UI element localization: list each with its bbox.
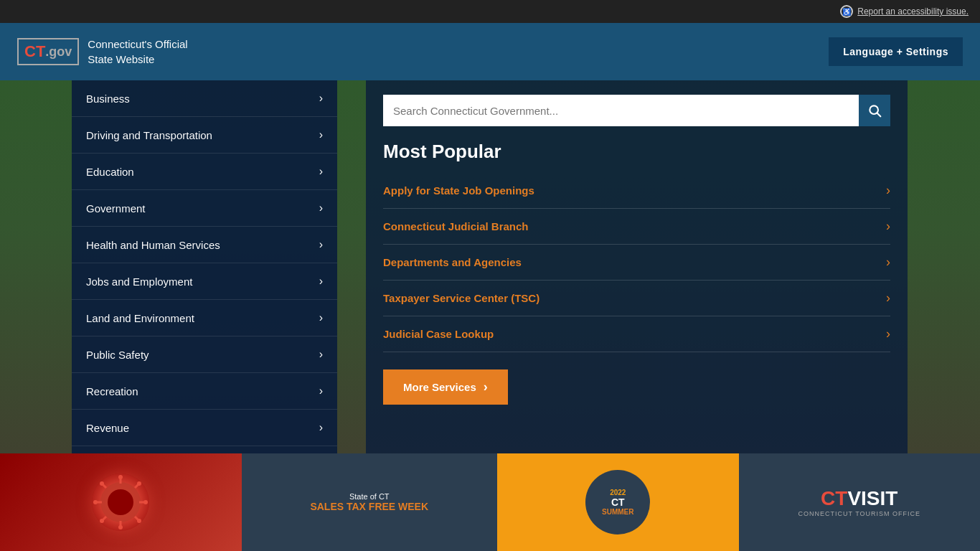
- ctvisit-text: CTVISIT CONNECTICUT TOURISM OFFICE: [798, 487, 920, 517]
- nav-item-label: Business: [86, 93, 130, 105]
- main-panel: Most Popular Apply for State Job Opening…: [366, 80, 908, 453]
- popular-item-text: Connecticut Judicial Branch: [383, 220, 529, 232]
- nav-arrow-icon: ›: [319, 421, 323, 434]
- nav-item-label: Health and Human Services: [86, 239, 220, 251]
- svg-point-14: [93, 500, 98, 504]
- svg-point-13: [118, 525, 123, 529]
- card-ct-summer[interactable]: 2022 CT SUMMER: [497, 453, 739, 551]
- nav-item-recreation[interactable]: Recreation›: [72, 373, 337, 410]
- site-header: CT.gov Connecticut's Official State Webs…: [0, 23, 980, 80]
- logo-area[interactable]: CT.gov Connecticut's Official State Webs…: [17, 37, 188, 67]
- svg-point-19: [100, 519, 104, 523]
- popular-item-text: Judicial Case Lookup: [383, 328, 494, 340]
- summer-label: SUMMER: [602, 508, 633, 516]
- search-input[interactable]: [383, 95, 859, 126]
- nav-item-revenue[interactable]: Revenue›: [72, 410, 337, 446]
- card-covid[interactable]: [0, 453, 242, 551]
- popular-item[interactable]: Apply for State Job Openings›: [383, 173, 890, 209]
- nav-item-label: Recreation: [86, 385, 138, 397]
- nav-arrow-icon: ›: [319, 202, 323, 215]
- popular-item-arrow-icon: ›: [886, 291, 890, 306]
- nav-item-label: Land and Environment: [86, 312, 194, 324]
- nav-item-education[interactable]: Education›: [72, 154, 337, 190]
- virus-graphic: [92, 474, 149, 531]
- nav-arrow-icon: ›: [319, 128, 323, 141]
- nav-item-label: Government: [86, 202, 146, 215]
- bottom-cards: State of CT SALES TAX FREE WEEK 2022 CT …: [0, 453, 980, 551]
- ctvisit-visit: VISIT: [847, 487, 897, 509]
- logo-box: CT.gov: [17, 38, 79, 65]
- popular-item[interactable]: Departments and Agencies›: [383, 245, 890, 281]
- virus-icon: [92, 474, 149, 531]
- search-row: [383, 95, 890, 126]
- popular-item-arrow-icon: ›: [886, 183, 890, 198]
- svg-point-16: [100, 481, 104, 486]
- popular-item-arrow-icon: ›: [886, 219, 890, 234]
- card-sales-tax[interactable]: State of CT SALES TAX FREE WEEK: [242, 453, 498, 551]
- nav-item-label: Public Safety: [86, 349, 149, 361]
- card-sales-line1: State of CT: [349, 492, 390, 501]
- navigation-panel: Business›Driving and Transportation›Educ…: [72, 80, 337, 453]
- nav-item-public-safety[interactable]: Public Safety›: [72, 336, 337, 373]
- hero-section: Business›Driving and Transportation›Educ…: [0, 80, 980, 453]
- site-title-line1: Connecticut's Official: [88, 37, 187, 52]
- card-ctvisit[interactable]: CTVISIT CONNECTICUT TOURISM OFFICE: [739, 453, 981, 551]
- search-icon: [867, 103, 882, 118]
- nav-arrow-icon: ›: [319, 385, 323, 397]
- nav-item-government[interactable]: Government›: [72, 190, 337, 227]
- svg-point-3: [108, 489, 133, 515]
- nav-arrow-icon: ›: [319, 238, 323, 251]
- ctvisit-ct: CT: [821, 487, 847, 509]
- popular-item-arrow-icon: ›: [886, 255, 890, 270]
- popular-items-list: Apply for State Job Openings›Connecticut…: [383, 173, 890, 352]
- top-bar: ♿ Report an accessibility issue.: [0, 0, 980, 23]
- nav-item-jobs[interactable]: Jobs and Employment›: [72, 263, 337, 300]
- nav-item-label: Driving and Transportation: [86, 129, 212, 141]
- popular-item-text: Apply for State Job Openings: [383, 184, 534, 197]
- svg-point-17: [137, 519, 141, 523]
- ctvisit-sub: CONNECTICUT TOURISM OFFICE: [798, 510, 920, 517]
- nav-arrow-icon: ›: [319, 92, 323, 105]
- nav-item-label: Revenue: [86, 422, 129, 434]
- svg-line-1: [877, 113, 881, 117]
- nav-item-land[interactable]: Land and Environment›: [72, 300, 337, 336]
- site-title: Connecticut's Official State Website: [88, 37, 187, 67]
- nav-arrow-icon: ›: [319, 165, 323, 178]
- search-button[interactable]: [859, 95, 890, 126]
- popular-item-text: Taxpayer Service Center (TSC): [383, 292, 540, 304]
- logo-gov: gov: [49, 44, 72, 60]
- most-popular-title: Most Popular: [383, 141, 890, 163]
- nav-item-label: Jobs and Employment: [86, 276, 192, 288]
- more-services-button[interactable]: More Services ›: [383, 369, 508, 405]
- summer-ct: CT: [611, 496, 625, 508]
- popular-item[interactable]: Connecticut Judicial Branch›: [383, 209, 890, 245]
- more-services-label: More Services: [403, 381, 476, 393]
- accessibility-label: Report an accessibility issue.: [857, 6, 969, 17]
- nav-item-label: Education: [86, 166, 134, 178]
- nav-arrow-icon: ›: [319, 275, 323, 288]
- svg-point-12: [118, 475, 123, 479]
- accessibility-icon: ♿: [840, 5, 853, 18]
- site-title-line2: State Website: [88, 52, 187, 67]
- popular-item[interactable]: Judicial Case Lookup›: [383, 316, 890, 352]
- svg-point-15: [143, 500, 148, 504]
- more-services-arrow-icon: ›: [484, 380, 488, 395]
- nav-arrow-icon: ›: [319, 311, 323, 324]
- logo-ct: CT: [24, 42, 45, 61]
- nav-item-driving[interactable]: Driving and Transportation›: [72, 117, 337, 154]
- accessibility-link[interactable]: ♿ Report an accessibility issue.: [840, 5, 969, 18]
- summer-year: 2022: [610, 489, 626, 496]
- summer-badge: 2022 CT SUMMER: [585, 470, 650, 534]
- language-settings-button[interactable]: Language + Settings: [829, 37, 963, 66]
- card-sales-line2: SALES TAX FREE WEEK: [310, 501, 428, 512]
- nav-item-business[interactable]: Business›: [72, 80, 337, 117]
- nav-item-health[interactable]: Health and Human Services›: [72, 227, 337, 263]
- popular-item-text: Departments and Agencies: [383, 256, 522, 268]
- nav-arrow-icon: ›: [319, 348, 323, 361]
- popular-item-arrow-icon: ›: [886, 326, 890, 342]
- popular-item[interactable]: Taxpayer Service Center (TSC)›: [383, 281, 890, 316]
- svg-point-18: [137, 481, 141, 486]
